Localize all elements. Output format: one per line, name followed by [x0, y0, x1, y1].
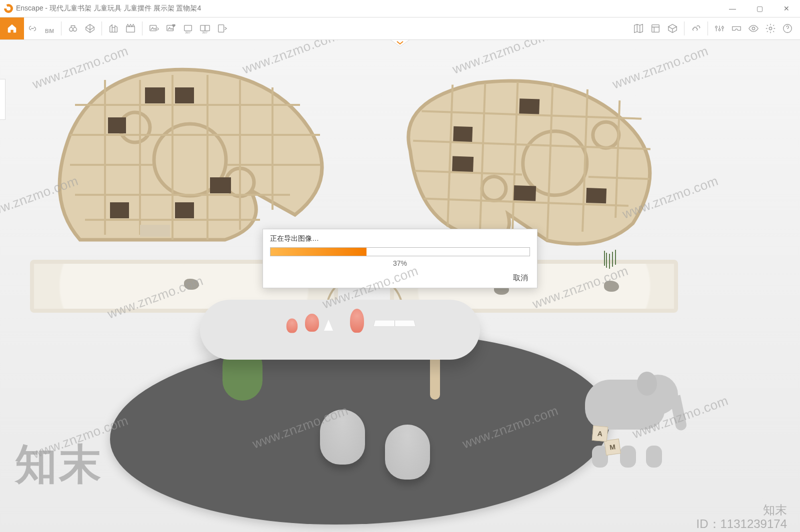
svg-rect-57 [514, 185, 536, 201]
toolbar: BIM 360° [0, 17, 800, 40]
svg-rect-8 [205, 25, 210, 31]
vr-headset-button[interactable] [728, 17, 745, 39]
pano-360-icon: 360° [182, 23, 194, 34]
export-exe-button[interactable] [214, 17, 230, 39]
collab-annotate-button[interactable] [688, 17, 704, 39]
viewport[interactable]: M A 正在导出图像… 37% 取消 www.znzmo.com www.znz… [0, 40, 800, 532]
svg-rect-33 [145, 87, 165, 103]
svg-point-14 [722, 26, 724, 28]
toolbar-separator [102, 21, 102, 35]
svg-text:360°: 360° [202, 31, 208, 34]
svg-point-42 [482, 176, 506, 201]
svg-text:360°: 360° [185, 31, 190, 34]
table [200, 300, 480, 390]
watermark-brand-large: 知末 [15, 436, 103, 493]
stool-2 [385, 425, 430, 480]
close-button[interactable]: ✕ [773, 0, 800, 17]
viewport-top-handle[interactable] [390, 40, 410, 46]
pano-360-stereo-icon: 360° [200, 23, 210, 34]
table-top [200, 300, 480, 360]
maximize-button[interactable]: ▢ [746, 0, 773, 17]
show-hide-button[interactable] [745, 17, 762, 39]
app-root: Enscape - 现代儿童书架 儿童玩具 儿童摆件 展示架 置物架4 — ▢ … [0, 0, 800, 532]
progress-fill [270, 248, 366, 256]
bookshelf-left [40, 60, 350, 250]
progress-percent-label: 37% [270, 259, 530, 267]
svg-rect-58 [586, 188, 606, 203]
home-button[interactable] [0, 17, 24, 39]
svg-point-15 [752, 27, 755, 30]
chevron-down-icon [390, 40, 410, 46]
toolbar-separator [684, 21, 684, 35]
toolbar-left: BIM 360° [24, 17, 230, 39]
stereo-360-button[interactable]: 360° [196, 17, 214, 39]
eye-icon [748, 23, 759, 34]
svg-rect-2 [126, 26, 135, 32]
link-views-button[interactable] [24, 17, 41, 39]
minimize-button[interactable]: — [719, 0, 746, 17]
app-name: Enscape [16, 4, 43, 12]
window-controls: — ▢ ✕ [719, 0, 800, 17]
svg-rect-36 [210, 177, 231, 193]
export-progress-dialog: 正在导出图像… 37% 取消 [262, 229, 538, 288]
svg-point-0 [70, 27, 73, 31]
progress-bar [270, 247, 530, 256]
sliders-icon [714, 23, 725, 34]
letter-block-2: A [592, 426, 608, 442]
image-heart-icon [166, 23, 176, 34]
map-icon [633, 23, 644, 34]
favorite-screenshot-button[interactable] [162, 17, 180, 39]
link-icon [27, 23, 38, 34]
settings-button[interactable] [762, 17, 779, 39]
dialog-title: 正在导出图像… [270, 234, 530, 243]
svg-rect-34 [175, 87, 194, 103]
svg-rect-35 [108, 117, 126, 133]
titlebar: Enscape - 现代儿童书架 儿童玩具 儿童摆件 展示架 置物架4 — ▢ … [0, 0, 800, 17]
svg-point-16 [769, 27, 772, 30]
screenshot-button[interactable] [146, 17, 162, 39]
video-path-button[interactable] [122, 17, 139, 39]
mono-360-button[interactable]: 360° [180, 17, 196, 39]
open-book [373, 320, 416, 327]
toolbar-separator [708, 21, 708, 35]
map-button[interactable] [630, 17, 647, 39]
window-title: Enscape - 现代儿童书架 儿童玩具 儿童摆件 展示架 置物架4 [16, 4, 201, 13]
svg-point-13 [718, 29, 720, 31]
library-icon [650, 23, 661, 34]
bim-label: BIM [45, 28, 54, 34]
orbit-button[interactable] [82, 17, 98, 39]
toy-figure [305, 314, 319, 332]
clapperboard-icon [125, 23, 136, 34]
app-logo: Enscape - 现代儿童书架 儿童玩具 儿童摆件 展示架 置物架4 [0, 4, 205, 13]
svg-rect-38 [175, 202, 194, 218]
dialog-actions: 取消 [270, 272, 530, 284]
buildings-icon [108, 23, 119, 34]
binoculars-button[interactable] [64, 17, 82, 39]
toy-cone [324, 320, 333, 331]
toolbar-separator [61, 21, 62, 35]
box-icon [667, 23, 678, 34]
collapsed-left-panel[interactable] [0, 79, 6, 120]
svg-rect-39 [140, 225, 170, 237]
toy-cup [286, 319, 298, 333]
svg-point-12 [716, 26, 718, 28]
vr-icon [731, 23, 742, 34]
help-icon [782, 23, 793, 34]
toolbar-separator [142, 21, 142, 35]
svg-rect-37 [110, 202, 129, 218]
batch-render-button[interactable] [105, 17, 122, 39]
svg-rect-11 [652, 25, 660, 32]
manage-views-button[interactable]: BIM [41, 23, 58, 34]
export-icon [216, 23, 228, 34]
watermark-id: ID：1131239174 [696, 516, 787, 532]
cancel-button[interactable]: 取消 [511, 272, 530, 284]
visual-settings-button[interactable] [711, 17, 728, 39]
svg-rect-54 [519, 98, 540, 114]
gear-icon [765, 23, 776, 34]
stool-1 [320, 410, 365, 465]
upload-button[interactable] [664, 17, 681, 39]
asset-library-button[interactable] [647, 17, 664, 39]
svg-point-41 [592, 121, 620, 148]
help-button[interactable] [779, 17, 796, 39]
document-title: 现代儿童书架 儿童玩具 儿童摆件 展示架 置物架4 [50, 4, 201, 12]
